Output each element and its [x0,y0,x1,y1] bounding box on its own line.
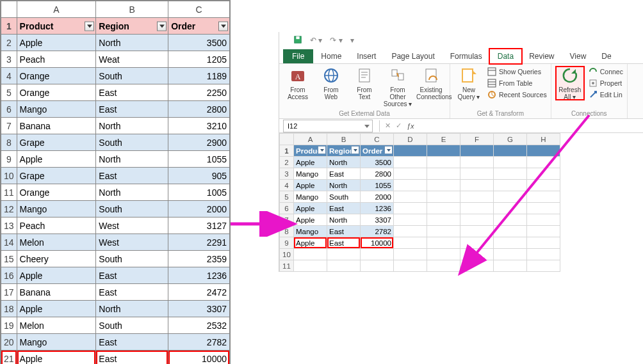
tab-file[interactable]: File [283,49,313,63]
cell[interactable]: 2359 [168,251,230,267]
col-header[interactable]: G [494,134,527,145]
row-header[interactable]: 9 [280,237,294,249]
cell[interactable]: Apple [17,351,96,365]
select-all-corner[interactable] [280,134,294,145]
filter-button[interactable] [218,21,228,31]
cell[interactable]: Orange [17,84,96,101]
col-header-A[interactable]: A [17,1,96,18]
filter-button[interactable] [318,146,326,154]
cell[interactable]: 2782 [168,334,230,351]
col-header-C[interactable]: C [168,1,230,18]
cell[interactable]: Peach [17,218,96,234]
row-header[interactable]: 3 [1,51,17,68]
from-table-button[interactable]: From Table [487,77,547,89]
row-header[interactable]: 14 [1,234,17,251]
filter-button[interactable] [384,146,393,154]
tab-home[interactable]: Home [313,49,349,63]
cell[interactable]: 1005 [168,184,230,201]
row-header[interactable]: 11 [280,260,294,272]
cell[interactable]: North [327,157,361,168]
cell[interactable]: 2000 [361,191,394,203]
tab-de[interactable]: De [594,49,619,63]
cell[interactable]: Apple [17,35,96,51]
row-header[interactable]: 19 [1,317,17,334]
cell[interactable]: North [327,214,361,226]
cell[interactable]: 2000 [168,201,230,218]
cell[interactable]: Apple [294,214,327,226]
cell[interactable]: North [96,301,168,317]
cell[interactable]: 1236 [361,203,394,214]
cell[interactable]: Mango [294,168,327,180]
cell[interactable]: 3307 [168,301,230,317]
cell[interactable]: Apple [294,203,327,214]
tab-formulas[interactable]: Formulas [443,49,490,63]
cell[interactable]: East [327,168,361,180]
from-other-button[interactable]: From OtherSources ▾ [383,66,412,107]
cell[interactable]: North [96,118,168,134]
insert-function-icon[interactable]: ƒx [407,122,414,130]
qat-dropdown-icon[interactable]: ▾ [350,36,354,45]
undo-icon[interactable]: ↶ ▾ [310,36,322,45]
cell[interactable]: North [96,184,168,201]
col-header[interactable]: B [327,134,361,145]
from-text-button[interactable]: FromText [350,66,379,100]
cell[interactable]: 10000 [361,237,394,249]
row-header[interactable]: 17 [1,284,17,301]
filter-button[interactable] [351,146,359,154]
tab-data[interactable]: Data [490,49,521,63]
row-header[interactable]: 1 [280,145,294,157]
cell[interactable]: West [96,218,168,234]
cell[interactable]: Weat [96,51,168,68]
cell[interactable]: 3127 [168,218,230,234]
propert-button[interactable]: Propert [589,77,623,89]
cell[interactable]: East [96,351,168,365]
row-header[interactable]: 6 [1,101,17,118]
cell[interactable]: 1205 [168,51,230,68]
cell[interactable]: 3307 [361,214,394,226]
table-header-product[interactable]: Product [17,18,96,35]
cell[interactable]: 1189 [168,68,230,84]
col-header[interactable]: H [527,134,560,145]
edit-lin-button[interactable]: Edit Lin [589,89,623,100]
cell[interactable]: South [96,251,168,267]
cell[interactable]: East [96,101,168,118]
filter-button[interactable] [85,21,94,31]
cell[interactable]: 1055 [361,180,394,191]
row-header[interactable]: 5 [280,191,294,203]
tab-review[interactable]: Review [521,49,562,63]
table-header-order[interactable]: Order [361,145,394,157]
cell[interactable]: 1055 [168,151,230,168]
row-header[interactable]: 8 [280,226,294,237]
cell[interactable]: 3500 [168,35,230,51]
cell[interactable]: Banana [17,284,96,301]
cell[interactable]: East [327,237,361,249]
show-queries-button[interactable]: Show Queries [487,66,547,77]
cell[interactable]: West [96,234,168,251]
recent-sources-button[interactable]: Recent Sources [487,89,547,100]
col-header[interactable]: C [361,134,394,145]
tab-view[interactable]: View [562,49,594,63]
row-header[interactable]: 7 [1,118,17,134]
row-header[interactable]: 13 [1,218,17,234]
row-header[interactable]: 16 [1,267,17,284]
col-header[interactable]: A [294,134,327,145]
filter-button[interactable] [157,21,167,31]
row-header[interactable]: 5 [1,84,17,101]
row-header[interactable]: 21 [1,351,17,365]
cell[interactable]: South [96,68,168,84]
cell[interactable]: East [96,334,168,351]
redo-icon[interactable]: ↷ ▾ [330,36,342,45]
row-header[interactable]: 2 [280,157,294,168]
enter-formula-icon[interactable]: ✓ [396,122,402,130]
cell[interactable]: North [96,35,168,51]
cell[interactable]: Melon [17,234,96,251]
cell[interactable]: 3500 [361,157,394,168]
tab-insert[interactable]: Insert [349,49,384,63]
row-header[interactable]: 11 [1,184,17,201]
cell[interactable]: Grape [17,168,96,184]
cell[interactable]: 2250 [168,84,230,101]
row-header[interactable]: 15 [1,251,17,267]
new-query-button[interactable]: NewQuery ▾ [454,66,484,100]
row-header[interactable]: 3 [280,168,294,180]
cell[interactable]: Apple [294,237,327,249]
